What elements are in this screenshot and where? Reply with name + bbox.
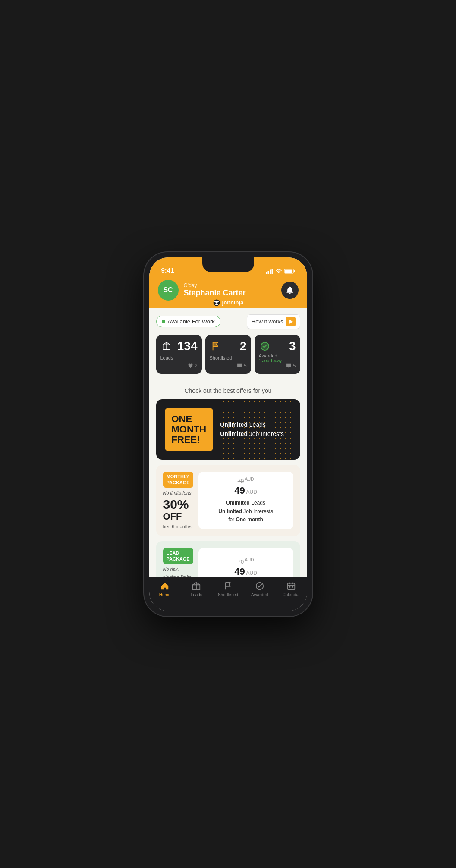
calendar-icon — [286, 581, 296, 591]
check-circle-icon — [260, 342, 270, 351]
nav-leads[interactable]: Leads — [181, 581, 212, 597]
svg-rect-6 — [294, 270, 295, 272]
leads-label: Leads — [160, 355, 198, 360]
leads-nav-icon-svg — [192, 581, 201, 591]
how-it-works-button[interactable]: How it works — [247, 314, 300, 329]
flag-icon — [211, 342, 220, 351]
calendar-nav-label: Calendar — [283, 592, 300, 597]
shortlisted-nav-label: Shortlisted — [218, 592, 238, 597]
play-triangle-icon — [289, 319, 293, 324]
awarded-card-top: 3 — [259, 340, 296, 352]
monthly-package-right: 70 AUD 49 AUD Unlimited Leads Unlimited … — [198, 472, 293, 529]
main-content: Available For Work How it works — [149, 308, 307, 577]
svg-rect-26 — [292, 586, 293, 587]
awarded-comment-count: 5 — [293, 363, 296, 368]
phone-screen: 9:41 — [149, 257, 307, 611]
svg-rect-1 — [267, 271, 269, 274]
battery-icon — [284, 269, 295, 274]
monthly-original-price: 70 AUD — [238, 477, 254, 484]
lead-package-right: 70 AUD 49 AUD Unlimited Leads 20 Job Int… — [198, 548, 293, 577]
monthly-package-first: first 6 months — [163, 524, 193, 529]
shortlisted-bottom: 5 — [210, 363, 247, 369]
awarded-sublabel: 1 Job Today — [259, 358, 296, 363]
monthly-package-subtitle: No limitations — [163, 490, 193, 495]
shortlisted-card[interactable]: 2 Shortlisted 5 — [205, 335, 251, 374]
svg-rect-3 — [271, 269, 273, 274]
avatar: SC — [158, 280, 179, 301]
awarded-label: Awarded — [259, 353, 296, 358]
logo-icon — [213, 299, 220, 307]
bell-icon — [286, 286, 294, 295]
awarded-number: 3 — [289, 340, 296, 352]
awarded-bottom: 5 — [259, 363, 296, 369]
leads-card-top: 134 — [160, 340, 198, 352]
shortlisted-card-top: 2 — [210, 340, 247, 352]
svg-marker-11 — [289, 319, 293, 324]
monthly-package-left: MONTHLY PACKAGE No limitations 30% OFF f… — [163, 472, 193, 529]
lead-package-left: LEAD PACKAGE No risk, No time limits 30%… — [163, 548, 193, 577]
notification-button[interactable] — [281, 282, 299, 299]
lead-package-subtitle1: No risk, — [163, 567, 193, 572]
leads-bottom: 2 — [160, 363, 198, 369]
available-badge[interactable]: Available For Work — [156, 316, 220, 327]
lead-package-card[interactable]: LEAD PACKAGE No risk, No time limits 30%… — [156, 541, 300, 577]
monthly-new-price: 49 AUD — [234, 485, 257, 496]
play-icon — [286, 317, 296, 326]
monthly-discount: 30% OFF — [163, 498, 193, 522]
shortlisted-number: 2 — [240, 340, 247, 352]
notch — [202, 257, 254, 272]
svg-rect-25 — [289, 586, 290, 587]
shortlisted-stat-icon — [210, 340, 222, 352]
status-icons — [266, 269, 295, 274]
lead-package-label: LEAD PACKAGE — [163, 548, 193, 564]
leads-number: 134 — [177, 340, 198, 352]
awarded-nav-icon-svg — [255, 581, 264, 591]
leads-nav-label: Leads — [191, 592, 202, 597]
awarded-nav-label: Awarded — [251, 592, 268, 597]
user-name: Stephanie Carter — [184, 288, 276, 298]
available-dot — [162, 320, 165, 323]
bottom-nav: Home Leads — [149, 577, 307, 611]
awarded-nav-icon — [255, 581, 265, 591]
awarded-card[interactable]: 3 Awarded 1 Job Today 5 — [255, 335, 300, 374]
promo-right-content: Unlimited Leads Unlimited Job Interests — [220, 420, 284, 439]
promo-feature2-text: Job Interests — [248, 430, 284, 437]
available-text: Available For Work — [168, 318, 215, 325]
top-row: Available For Work How it works — [156, 314, 300, 329]
leads-card[interactable]: 134 Leads 2 — [156, 335, 202, 374]
promo-feature1-text: Leads — [248, 421, 266, 428]
promo-orange-badge: ONE MONTH FREE! — [165, 408, 214, 451]
shortlisted-nav-icon-svg — [223, 581, 233, 591]
awarded-stat-icon — [259, 340, 271, 352]
nav-calendar[interactable]: Calendar — [275, 581, 307, 597]
app-header: jobninja SC G'day Stephanie Carter — [149, 276, 307, 308]
svg-rect-21 — [288, 583, 295, 589]
svg-rect-0 — [266, 272, 267, 274]
monthly-package-card[interactable]: MONTHLY PACKAGE No limitations 30% OFF f… — [156, 465, 300, 536]
greeting-text: G'day — [184, 282, 276, 288]
awarded-comment-icon — [286, 363, 292, 369]
shortlisted-comment-count: 5 — [244, 363, 246, 368]
heart-icon — [188, 363, 193, 369]
one-month-free-card[interactable]: ONE MONTH FREE! Unlimited Leads Unlimite… — [156, 399, 300, 460]
logo-text: jobninja — [222, 299, 244, 306]
promo-feature1-bold: Unlimited — [220, 421, 248, 428]
home-nav-icon — [160, 581, 170, 591]
svg-rect-10 — [215, 304, 218, 305]
wifi-icon — [275, 269, 282, 274]
app-logo: jobninja — [213, 299, 244, 307]
shortlisted-label: Shortlisted — [210, 355, 247, 360]
nav-home[interactable]: Home — [149, 581, 181, 597]
promo-feature2: Unlimited Job Interests — [220, 429, 284, 439]
nav-awarded[interactable]: Awarded — [244, 581, 275, 597]
how-it-works-label: How it works — [252, 318, 283, 325]
lead-new-price: 49 AUD — [234, 566, 257, 577]
svg-rect-2 — [270, 269, 271, 274]
signal-icon — [266, 269, 273, 274]
comment-icon — [237, 363, 242, 369]
promo-feature1: Unlimited Leads — [220, 420, 284, 429]
promo-badge-line2: MONTH — [172, 424, 207, 435]
leads-icon — [162, 342, 171, 351]
nav-shortlisted[interactable]: Shortlisted — [212, 581, 244, 597]
status-time: 9:41 — [161, 266, 174, 274]
